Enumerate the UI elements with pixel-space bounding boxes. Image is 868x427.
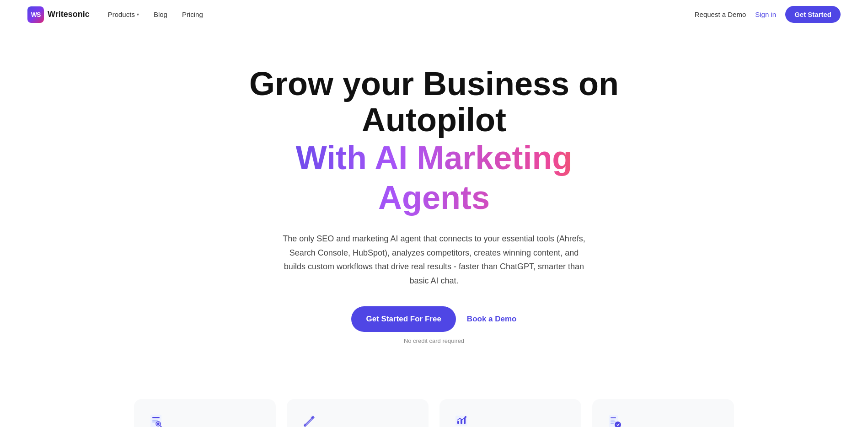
nav-products[interactable]: Products ▾ xyxy=(108,11,139,18)
logo-link[interactable]: WS Writesonic xyxy=(27,6,90,23)
feature-card-research: Research/Planning Access real-time info … xyxy=(134,399,276,427)
feature-card-generate: Generate Create & edit content in your b… xyxy=(287,399,429,427)
nav-get-started-button[interactable]: Get Started xyxy=(785,6,841,23)
svg-point-13 xyxy=(465,416,466,418)
research-icon xyxy=(147,412,165,427)
svg-rect-17 xyxy=(611,422,616,422)
navbar: WS Writesonic Products ▾ Blog Pricing Re… xyxy=(0,0,868,29)
svg-rect-16 xyxy=(611,420,615,421)
nav-links: Products ▾ Blog Pricing xyxy=(108,11,695,18)
book-demo-link[interactable]: Book a Demo xyxy=(467,315,517,324)
publish-icon xyxy=(605,412,623,427)
svg-rect-18 xyxy=(611,423,614,424)
hero-description: The only SEO and marketing AI agent that… xyxy=(279,232,589,288)
svg-rect-1 xyxy=(152,417,160,418)
feature-card-optimize: Optimize Enhance content, SEO performanc… xyxy=(439,399,581,427)
hero-title: Grow your Business on Autopilot With AI … xyxy=(237,66,631,217)
get-started-free-button[interactable]: Get Started For Free xyxy=(351,306,455,332)
svg-rect-15 xyxy=(611,417,616,418)
nav-pricing[interactable]: Pricing xyxy=(182,11,203,18)
svg-rect-10 xyxy=(457,421,459,424)
chevron-down-icon: ▾ xyxy=(137,12,139,17)
feature-cards-section: Research/Planning Access real-time info … xyxy=(0,381,868,427)
nav-blog[interactable]: Blog xyxy=(154,11,167,18)
feature-card-publish: Publish One-click publishing to WordPres… xyxy=(592,399,734,427)
logo-icon: WS xyxy=(27,6,44,23)
sign-in-link[interactable]: Sign in xyxy=(755,11,776,18)
hero-title-line1: Grow your Business on Autopilot xyxy=(237,66,631,138)
logo-text: Writesonic xyxy=(48,10,90,19)
feature-cards: Research/Planning Access real-time info … xyxy=(0,381,868,427)
hero-section: Grow your Business on Autopilot With AI … xyxy=(0,29,868,372)
no-credit-card-text: No credit card required xyxy=(237,337,631,344)
nav-actions: Request a Demo Sign in Get Started xyxy=(695,6,841,23)
hero-cta: Get Started For Free Book a Demo xyxy=(237,306,631,332)
hero-title-line2: With AI Marketing Agents xyxy=(237,138,631,217)
generate-icon xyxy=(300,412,318,427)
svg-point-6 xyxy=(157,422,160,425)
hero-content: Grow your Business on Autopilot With AI … xyxy=(228,29,640,372)
optimize-icon xyxy=(452,412,471,427)
request-demo-link[interactable]: Request a Demo xyxy=(695,11,746,18)
svg-rect-2 xyxy=(152,420,158,421)
